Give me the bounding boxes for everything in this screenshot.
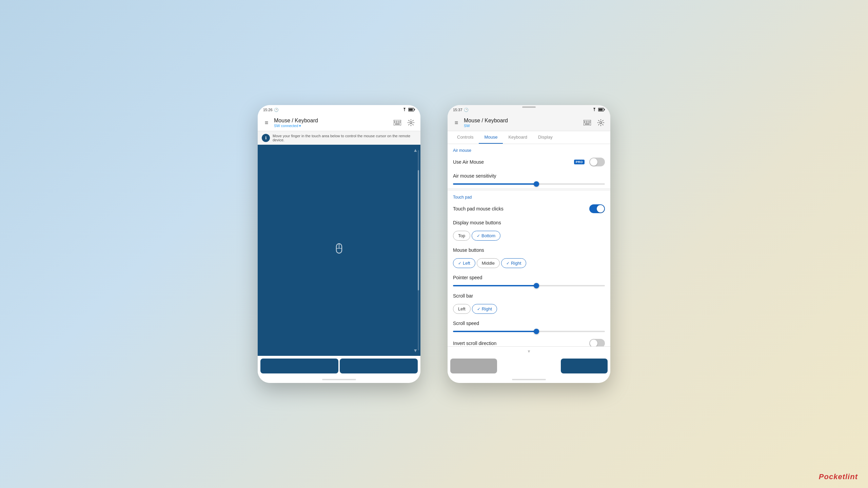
tab-controls[interactable]: Controls [452, 131, 479, 144]
settings-button-left[interactable] [406, 117, 416, 128]
drag-handle [522, 106, 536, 108]
display-bottom-button[interactable]: ✓ Bottom [472, 231, 500, 241]
scroll-speed-row: Scroll speed [448, 317, 610, 329]
scroll-bar-group: Left ✓ Right [448, 302, 610, 317]
svg-rect-24 [586, 121, 587, 122]
check-icon-right-mouse: ✓ [506, 261, 510, 266]
svg-point-32 [600, 122, 602, 124]
tab-display[interactable]: Display [533, 131, 558, 144]
toggle-knob-air-mouse [590, 158, 597, 166]
mouse-buttons-row: Mouse buttons [448, 244, 610, 256]
invert-scroll-label: Invert scroll direction [453, 341, 496, 346]
touch-pad-header: Touch pad [448, 191, 610, 201]
keyboard-button-right[interactable] [582, 117, 593, 128]
menu-button-right[interactable]: ≡ [452, 118, 461, 127]
home-indicator-left [322, 379, 356, 380]
touch-area[interactable]: ▲ ▼ [258, 145, 420, 356]
scroll-speed-slider-thumb[interactable] [534, 329, 539, 334]
touch-pad-clicks-controls [589, 204, 605, 213]
scroll-left-button[interactable]: Left [453, 304, 471, 314]
display-buttons-group: Top ✓ Bottom [448, 229, 610, 244]
phones-container: 15:26 🕐 ≡ Mouse / Keybo [258, 105, 610, 383]
scroll-bar-label: Scroll bar [453, 293, 473, 299]
title-group-left: Mouse / Keyboard SW connected ▾ [274, 118, 389, 128]
svg-rect-3 [414, 109, 415, 110]
left-button-left[interactable] [260, 359, 338, 373]
settings-content: Air mouse Use Air Mouse PRO Air mouse se… [448, 144, 610, 346]
pointer-speed-slider-fill [453, 285, 536, 286]
scroll-down-icon: ▼ [413, 348, 418, 353]
svg-rect-11 [398, 122, 399, 123]
scroll-right-button[interactable]: ✓ Right [472, 304, 497, 314]
tabs-bar: Controls Mouse Keyboard Display [448, 131, 610, 144]
mouse-buttons-group: ✓ Left Middle ✓ Right [448, 256, 610, 271]
air-mouse-header: Air mouse [448, 144, 610, 154]
svg-point-0 [404, 110, 405, 111]
keyboard-button-left[interactable] [392, 117, 403, 128]
hamburger-icon-right: ≡ [455, 119, 458, 126]
menu-button-left[interactable]: ≡ [262, 118, 271, 127]
app-header-left: ≡ Mouse / Keyboard SW connected ▾ [258, 115, 420, 131]
right-button-left[interactable] [340, 359, 418, 373]
air-mouse-sensitivity-row: Air mouse sensitivity [448, 170, 610, 182]
settings-button-right[interactable] [595, 117, 606, 128]
air-mouse-sensitivity-slider-track [453, 183, 605, 185]
dropdown-arrow-icon: ▾ [299, 124, 301, 128]
mouse-middle-button[interactable]: Middle [477, 258, 500, 268]
svg-rect-29 [588, 122, 589, 123]
home-indicator-right [512, 379, 546, 380]
pro-badge-air-mouse: PRO [574, 160, 585, 164]
display-mouse-buttons-label: Display mouse buttons [453, 220, 501, 225]
home-bar-left [258, 376, 420, 383]
touch-pad-clicks-label: Touch pad mouse clicks [453, 206, 504, 211]
scroll-up-icon: ▲ [413, 147, 418, 153]
pointer-speed-slider-container [448, 284, 610, 290]
air-mouse-sensitivity-slider-fill [453, 183, 536, 185]
mouse-right-button[interactable]: ✓ Right [501, 258, 526, 268]
time-right: 15:37 [453, 108, 462, 112]
header-actions-right [582, 117, 606, 128]
air-mouse-sensitivity-slider-thumb[interactable] [534, 181, 539, 187]
left-button-right[interactable] [450, 359, 497, 373]
tab-mouse[interactable]: Mouse [479, 131, 503, 144]
svg-point-14 [410, 122, 412, 124]
scroll-speed-slider-fill [453, 331, 536, 332]
connection-status-right: SW [464, 124, 579, 128]
air-mouse-sensitivity-slider-container [448, 182, 610, 188]
home-bar-right [448, 376, 610, 383]
invert-scroll-toggle[interactable] [589, 339, 605, 346]
tab-keyboard[interactable]: Keyboard [503, 131, 533, 144]
display-top-button[interactable]: Top [453, 231, 470, 241]
battery-icon-left [408, 108, 415, 112]
use-air-mouse-label: Use Air Mouse [453, 159, 484, 165]
svg-rect-26 [589, 121, 590, 122]
svg-rect-2 [409, 108, 413, 110]
mouse-buttons-label: Mouse buttons [453, 247, 484, 253]
pointer-speed-slider-thumb[interactable] [534, 283, 539, 288]
chevron-down-icon: ▼ [527, 349, 531, 354]
svg-rect-27 [584, 122, 585, 123]
divider-1 [448, 188, 610, 191]
right-button-right[interactable] [561, 359, 608, 373]
svg-rect-31 [585, 124, 590, 124]
svg-rect-30 [589, 122, 590, 123]
scroll-track [418, 150, 419, 350]
title-group-right: Mouse / Keyboard SW [464, 118, 579, 128]
app-header-right: ≡ Mouse / Keyboard SW [448, 115, 610, 131]
header-actions-left [392, 117, 416, 128]
check-icon-bottom: ✓ [477, 233, 480, 238]
hamburger-icon: ≡ [265, 119, 269, 126]
use-air-mouse-toggle[interactable] [589, 158, 605, 166]
bottom-buttons-right [448, 356, 610, 376]
touch-pad-clicks-toggle[interactable] [589, 204, 605, 213]
mouse-left-button[interactable]: ✓ Left [453, 258, 475, 268]
scroll-bar-row: Scroll bar [448, 290, 610, 302]
scroll-bottom-arrow[interactable]: ▼ [448, 346, 610, 356]
status-bar-left: 15:26 🕐 [258, 105, 420, 115]
page-title-left: Mouse / Keyboard [274, 118, 389, 124]
pointer-speed-label: Pointer speed [453, 275, 482, 280]
svg-rect-5 [394, 121, 395, 122]
info-text-left: Move your finger in the touch area below… [273, 134, 416, 142]
wifi-icon-left [402, 108, 407, 112]
phone-right: 15:37 🕑 ≡ Mouse / Keybo [448, 105, 610, 383]
